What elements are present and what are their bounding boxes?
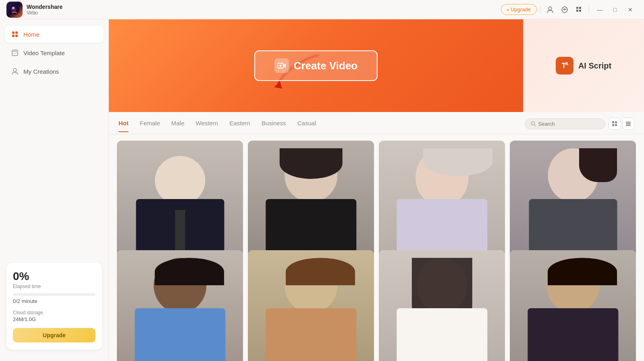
view-list-button[interactable] <box>622 118 634 130</box>
home-svg <box>11 31 19 38</box>
sidebar-creations-label: My Creations <box>23 68 59 75</box>
divider2 <box>589 6 589 14</box>
svg-rect-7 <box>576 7 578 9</box>
tab-hot[interactable]: Hot <box>118 120 129 132</box>
app-branding: Wondershare Virbo <box>6 2 62 18</box>
search-icon <box>531 121 536 127</box>
sidebar-home-label: Home <box>23 31 39 38</box>
banner-left: Create Video <box>109 50 523 81</box>
create-video-button[interactable]: Create Video <box>254 50 378 81</box>
view-list-icon <box>625 121 631 127</box>
tab-eastern[interactable]: Eastern <box>229 120 250 132</box>
logo-icon <box>9 4 20 15</box>
view-grid-button[interactable] <box>609 118 621 130</box>
search-box[interactable] <box>525 118 605 129</box>
storage-value: 24M/1.0G <box>13 316 96 322</box>
tab-business[interactable]: Business <box>262 120 286 132</box>
minimize-button[interactable]: — <box>592 2 607 17</box>
window-controls: — □ ✕ <box>592 2 638 17</box>
avatar-card-woman1[interactable]: VIP <box>379 250 505 361</box>
chat-icon <box>561 6 568 13</box>
svg-rect-10 <box>579 10 581 12</box>
svg-rect-12 <box>15 31 18 34</box>
create-video-label: Create Video <box>294 60 357 72</box>
avatar-image-man2 <box>248 250 374 361</box>
avatar-image-man3 <box>510 250 636 361</box>
creations-icon <box>10 67 19 76</box>
sidebar: Home Video Template <box>0 19 109 361</box>
creations-svg <box>11 68 19 75</box>
sidebar-template-label: Video Template <box>23 50 65 56</box>
grid-icon-button[interactable] <box>573 3 586 16</box>
svg-rect-14 <box>15 35 18 37</box>
svg-marker-19 <box>274 82 282 89</box>
svg-point-18 <box>13 68 17 72</box>
svg-point-6 <box>564 9 565 10</box>
avatar-card-man3[interactable]: VIP <box>510 250 636 361</box>
tabs-right <box>525 118 634 134</box>
svg-rect-28 <box>615 124 617 126</box>
silhouette-man3 <box>510 250 636 361</box>
template-svg <box>11 49 19 56</box>
main-layout: Home Video Template <box>0 19 644 361</box>
view-grid-icon <box>612 121 617 127</box>
svg-rect-9 <box>576 10 578 12</box>
tabs-bar: Hot Female Male Western Eastern Business… <box>109 112 644 134</box>
app-logo <box>6 2 23 18</box>
sidebar-nav: Home Video Template <box>0 26 108 258</box>
svg-rect-29 <box>626 122 631 123</box>
svg-rect-25 <box>612 121 614 123</box>
ai-script-label: AI Script <box>578 61 611 71</box>
svg-point-3 <box>12 7 15 9</box>
tab-casual[interactable]: Casual <box>297 120 316 132</box>
maximize-button[interactable]: □ <box>608 2 622 17</box>
top-banner: Create Video TA AI Script <box>109 19 644 112</box>
tabs-list: Hot Female Male Western Eastern Business… <box>118 120 525 132</box>
app-name-line1: Wondershare <box>27 4 62 10</box>
svg-rect-8 <box>579 7 581 9</box>
view-toggle <box>609 118 634 130</box>
tab-male[interactable]: Male <box>171 120 185 132</box>
svg-rect-31 <box>626 125 631 126</box>
svg-rect-11 <box>12 31 15 34</box>
svg-line-24 <box>534 124 535 126</box>
template-icon <box>10 48 19 57</box>
search-input[interactable] <box>538 121 599 127</box>
silhouette-man1 <box>117 250 243 361</box>
chat-icon-button[interactable] <box>558 3 571 16</box>
close-button[interactable]: ✕ <box>623 2 638 17</box>
create-video-icon <box>274 58 289 73</box>
plus-video-icon <box>277 61 287 71</box>
titlebar-controls: Upgrade — □ ✕ <box>501 2 638 17</box>
usage-card: 0% Elapsed time 0/2 minute Cloud storage… <box>6 263 102 350</box>
banner-right[interactable]: TA AI Script <box>523 19 644 112</box>
svg-rect-27 <box>612 124 614 126</box>
grid-icon <box>575 6 583 13</box>
ai-script-icon: TA <box>556 57 573 75</box>
sidebar-item-home[interactable]: Home <box>5 26 104 43</box>
svg-point-4 <box>548 7 552 10</box>
avatar-card-man1[interactable] <box>117 250 243 361</box>
app-name-line2: Virbo <box>27 10 62 16</box>
silhouette-man2 <box>248 250 374 361</box>
account-icon-button[interactable] <box>544 3 557 16</box>
avatars-section: Hot Female Male Western Eastern Business… <box>109 112 644 361</box>
content-area: Create Video TA AI Script Hot Female Mal… <box>109 19 644 361</box>
usage-time: 0/2 minute <box>13 298 96 304</box>
tab-female[interactable]: Female <box>140 120 160 132</box>
upgrade-card-button[interactable]: Upgrade <box>13 328 96 342</box>
tab-western[interactable]: Western <box>196 120 218 132</box>
silhouette-woman1 <box>379 250 505 361</box>
divider <box>540 6 540 14</box>
avatar-card-man2[interactable]: VIP <box>248 250 374 361</box>
app-name-block: Wondershare Virbo <box>27 4 62 16</box>
svg-rect-16 <box>12 50 18 52</box>
sidebar-item-template[interactable]: Video Template <box>5 44 104 61</box>
upgrade-button[interactable]: Upgrade <box>501 4 537 15</box>
home-icon <box>10 30 19 39</box>
avatar-image-man1 <box>117 250 243 361</box>
storage-label: Cloud storage <box>13 310 96 315</box>
sidebar-item-creations[interactable]: My Creations <box>5 63 104 80</box>
sidebar-bottom: 0% Elapsed time 0/2 minute Cloud storage… <box>0 258 108 355</box>
usage-percent: 0% <box>13 270 96 283</box>
